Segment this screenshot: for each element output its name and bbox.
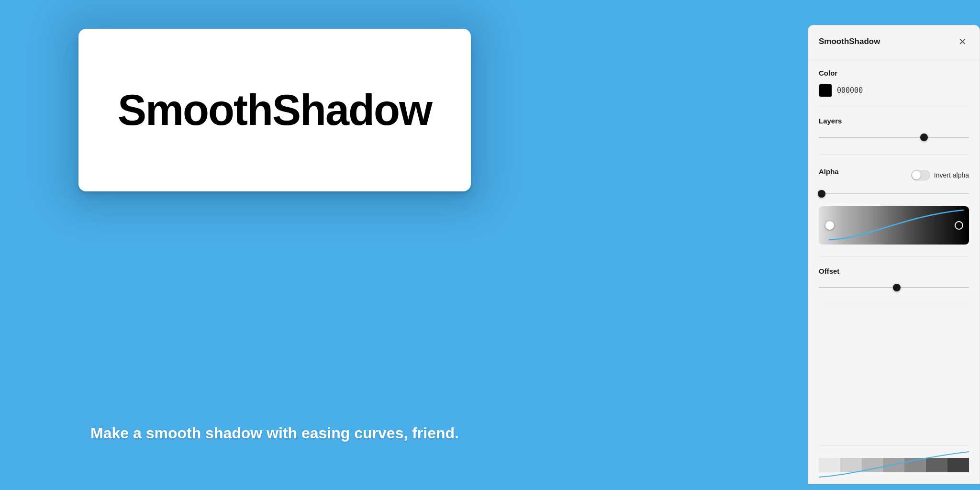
gradient-right-handle[interactable] <box>955 221 963 230</box>
alpha-gradient-preview[interactable] <box>819 206 969 245</box>
toggle-knob <box>912 171 921 179</box>
preview-title: SmoothShadow <box>118 86 432 135</box>
divider-3 <box>819 256 969 256</box>
easing-curve-svg <box>819 206 969 245</box>
alpha-header-row: Alpha Invert alpha <box>819 167 969 182</box>
svg-rect-5 <box>926 458 947 472</box>
svg-rect-0 <box>819 458 840 472</box>
toggle-container: Invert alpha <box>911 170 969 180</box>
alpha-section: Alpha Invert alpha <box>819 157 969 254</box>
offset-slider-thumb[interactable] <box>893 284 901 291</box>
offset-slider-track <box>819 287 969 288</box>
invert-alpha-toggle[interactable] <box>911 170 930 180</box>
alpha-label: Alpha <box>819 167 839 176</box>
svg-rect-3 <box>883 458 904 472</box>
svg-rect-1 <box>840 458 862 472</box>
color-label: Color <box>819 69 969 77</box>
offset-label: Offset <box>819 267 969 275</box>
color-swatch[interactable] <box>819 84 832 97</box>
bottom-curve-svg <box>819 451 969 479</box>
gradient-left-handle[interactable] <box>825 221 834 230</box>
layers-slider[interactable] <box>819 132 969 143</box>
tagline: Make a smooth shadow with easing curves,… <box>90 424 459 442</box>
svg-rect-6 <box>947 458 969 472</box>
bottom-curve-area <box>819 445 969 484</box>
layers-slider-track <box>819 137 969 138</box>
color-section: Color 000000 <box>819 58 969 102</box>
offset-slider[interactable] <box>819 282 969 293</box>
offset-section: Offset <box>819 258 969 303</box>
divider-2 <box>819 155 969 155</box>
close-button[interactable]: ✕ <box>956 35 969 48</box>
alpha-slider[interactable] <box>819 188 969 200</box>
alpha-slider-thumb[interactable] <box>818 190 825 198</box>
color-row: 000000 <box>819 84 969 97</box>
alpha-slider-track <box>819 193 969 194</box>
panel-header: SmoothShadow ✕ <box>808 25 980 58</box>
panel-body: Color 000000 Layers Alpha <box>808 58 980 305</box>
panel-title: SmoothShadow <box>819 37 880 46</box>
settings-panel: SmoothShadow ✕ Color 000000 Layers <box>808 25 980 484</box>
divider-4 <box>819 305 969 305</box>
layers-label: Layers <box>819 117 969 125</box>
preview-card: SmoothShadow <box>78 29 471 191</box>
color-hex-value: 000000 <box>837 86 863 95</box>
canvas-area: SmoothShadow Make a smooth shadow with e… <box>0 0 549 490</box>
invert-alpha-label: Invert alpha <box>934 171 969 179</box>
divider-1 <box>819 104 969 104</box>
layers-slider-thumb[interactable] <box>920 134 928 141</box>
layers-section: Layers <box>819 106 969 153</box>
